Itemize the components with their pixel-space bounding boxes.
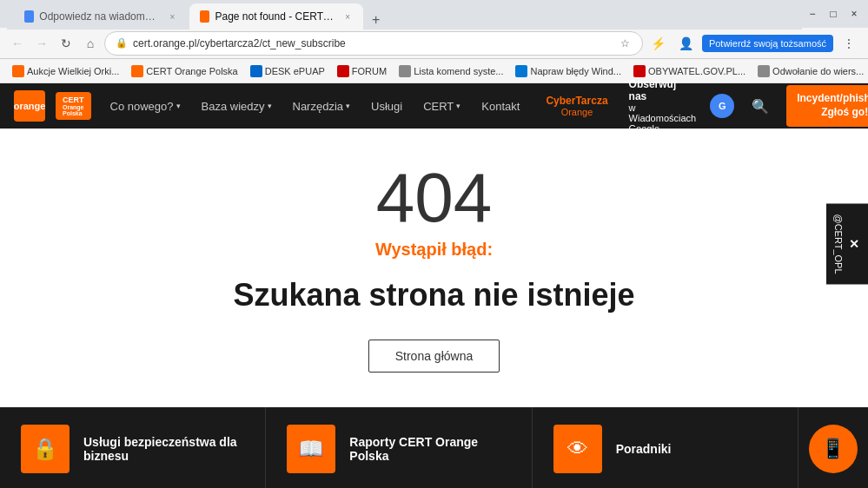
bookmark-forum[interactable]: FORUM <box>332 63 392 79</box>
bookmark-icon[interactable]: ☆ <box>619 36 632 51</box>
nav-narzedzia[interactable]: Narzędzia ▾ <box>284 93 360 120</box>
nav-label: Narzędzia <box>293 100 344 113</box>
cert-logo-sub: Orange Polska <box>63 104 84 116</box>
book-icon: 📖 <box>287 425 335 473</box>
cyber-tarcza-link[interactable]: CyberTarcza Orange <box>546 95 607 117</box>
chevron-down-icon: ▾ <box>456 102 461 110</box>
side-tab-cert[interactable]: ✕ @CERT_OPL <box>826 203 868 284</box>
address-bar[interactable]: 🔒 cert.orange.pl/cybertarcza2/ct_new_sub… <box>104 31 643 56</box>
nav-baza-wiedzy[interactable]: Baza wiedzy ▾ <box>193 93 281 120</box>
tab2-close[interactable]: × <box>343 10 353 23</box>
nav-co-nowego[interactable]: Co nowego? ▾ <box>102 93 189 120</box>
window-controls: − □ × <box>805 7 861 21</box>
cyber-tarcza-sub: Orange <box>561 107 593 117</box>
identity-button[interactable]: Potwierdź swoją tożsamość <box>702 35 833 52</box>
browser-chrome: Odpowiedz na wiadomość - N... × Page not… <box>0 0 868 83</box>
bookmark-aukcje[interactable]: Aukcje Wielkiej Orki... <box>7 63 124 79</box>
footer-card-poradniki[interactable]: 👁 Poradniki <box>533 407 798 488</box>
extensions-button[interactable]: ⚡ <box>646 31 671 56</box>
error-title: Szukana strona nie istnieje <box>233 277 634 313</box>
bookmark-favicon <box>515 65 527 77</box>
bookmark-favicon <box>131 65 143 77</box>
lock-icon: 🔒 <box>21 425 70 473</box>
bookmark-label: Odwołanie do wiers... <box>772 66 864 76</box>
tab1-close[interactable]: × <box>168 10 177 23</box>
footer-card-title: Usługi bezpieczeństwa dla biznesu <box>83 435 244 463</box>
bookmark-cert[interactable]: CERT Orange Polska <box>126 63 242 79</box>
close-button[interactable]: × <box>847 7 861 21</box>
bookmark-favicon <box>633 65 646 77</box>
forward-button[interactable]: → <box>31 33 52 54</box>
lock-icon: 🔒 <box>116 37 128 49</box>
main-page-button[interactable]: Strona główna <box>368 340 500 373</box>
bookmark-favicon <box>758 65 770 77</box>
search-icon[interactable]: 🔍 <box>745 91 776 122</box>
reload-button[interactable]: ↻ <box>56 33 76 54</box>
tab1-favicon <box>24 10 34 23</box>
bookmark-odwolanie[interactable]: Odwołanie do wiers... <box>752 63 868 79</box>
orange-logo-text: orange <box>14 101 46 111</box>
address-text: cert.orange.pl/cybertarcza2/ct_new_subsc… <box>133 37 613 49</box>
bookmark-favicon <box>12 65 24 77</box>
nav-kontakt[interactable]: Kontakt <box>473 93 528 120</box>
new-tab-button[interactable]: + <box>365 10 387 30</box>
tab2-title: Page not found - CERT Orange <box>215 10 334 23</box>
incident-line2: Zgłoś go! <box>797 106 868 120</box>
incident-button[interactable]: Incydent/phishing? Zgłoś go! <box>786 85 868 126</box>
nav-uslugi[interactable]: Usługi <box>362 93 411 120</box>
obserwuj-sub: w Wiadomościach Google <box>629 102 697 134</box>
bookmark-lista[interactable]: Lista komend syste... <box>394 63 508 79</box>
tab-inactive[interactable]: Odpowiedz na wiadomość - N... × <box>14 3 188 30</box>
cert-logo[interactable]: CERT Orange Polska <box>56 92 91 120</box>
bookmark-obywatel[interactable]: OBYWATEL.GOV.PL... <box>628 63 751 79</box>
tab-bar: Odpowiedz na wiadomość - N... × Page not… <box>7 0 802 30</box>
cyber-tarcza-title: CyberTarcza <box>546 95 607 107</box>
nav-label: Kontakt <box>481 100 520 113</box>
error-code: 404 <box>376 163 492 233</box>
bookmark-label: CERT Orange Polska <box>146 66 237 76</box>
obserwuj-nas[interactable]: Obserwuj nas w Wiadomościach Google <box>629 78 697 134</box>
bookmark-favicon <box>399 65 411 77</box>
bookmark-napraw[interactable]: Napraw błędy Wind... <box>510 63 626 79</box>
bookmark-epuap[interactable]: DESK ePUAP <box>245 63 330 79</box>
address-bar-row: ← → ↻ ⌂ 🔒 cert.orange.pl/cybertarcza2/ct… <box>0 28 868 59</box>
tab-active[interactable]: Page not found - CERT Orange × <box>189 3 363 30</box>
side-tab-label: @CERT_OPL <box>833 214 844 274</box>
nav-cert[interactable]: CERT ▾ <box>414 93 469 120</box>
nav-menu: Co nowego? ▾ Baza wiedzy ▾ Narzędzia ▾ U… <box>102 93 529 120</box>
tab1-title: Odpowiedz na wiadomość - N... <box>39 10 158 23</box>
incident-line1: Incydent/phishing? <box>797 92 868 106</box>
nav-label: Usługi <box>371 100 402 113</box>
bookmark-label: Lista komend syste... <box>414 66 503 76</box>
google-news-icon[interactable]: G <box>710 94 734 118</box>
eye-icon: 👁 <box>553 425 602 473</box>
footer-card-raporty[interactable]: 📖 Raporty CERT Orange Polska <box>266 407 532 488</box>
title-bar: Odpowiedz na wiadomość - N... × Page not… <box>0 0 868 28</box>
bookmark-label: DESK ePUAP <box>265 66 325 76</box>
error-subtitle: Wystąpił błąd: <box>375 240 493 260</box>
footer-card-uslugi[interactable]: 🔒 Usługi bezpieczeństwa dla biznesu <box>0 407 266 488</box>
bookmark-label: Napraw błędy Wind... <box>530 66 621 76</box>
nav-label: CERT <box>423 100 454 113</box>
nav-label: Co nowego? <box>110 100 174 113</box>
bookmark-favicon <box>337 65 349 77</box>
maximize-button[interactable]: □ <box>826 7 840 21</box>
bookmark-favicon <box>250 65 262 77</box>
nav-label: Baza wiedzy <box>202 100 265 113</box>
x-logo-icon: ✕ <box>847 237 861 251</box>
chevron-down-icon: ▾ <box>176 102 181 110</box>
bookmark-label: OBYWATEL.GOV.PL... <box>648 66 745 76</box>
more-button[interactable]: ⋮ <box>837 31 861 56</box>
minimize-button[interactable]: − <box>805 7 819 21</box>
profile-button[interactable]: 👤 <box>674 31 699 56</box>
bookmarks-bar: Aukcje Wielkiej Orki... CERT Orange Pols… <box>0 59 868 83</box>
back-button[interactable]: ← <box>7 33 28 54</box>
footer-cards: 🔒 Usługi bezpieczeństwa dla biznesu 📖 Ra… <box>0 407 868 488</box>
main-content-area: 404 Wystąpił błąd: Szukana strona nie is… <box>0 129 868 407</box>
home-button[interactable]: ⌂ <box>80 33 101 54</box>
bookmark-label: FORUM <box>352 66 387 76</box>
top-navigation: orange CERT Orange Polska Co nowego? ▾ B… <box>0 83 868 129</box>
orange-logo[interactable]: orange <box>14 90 45 122</box>
footer-card-title: Poradniki <box>616 442 672 456</box>
tab2-favicon <box>200 10 209 23</box>
